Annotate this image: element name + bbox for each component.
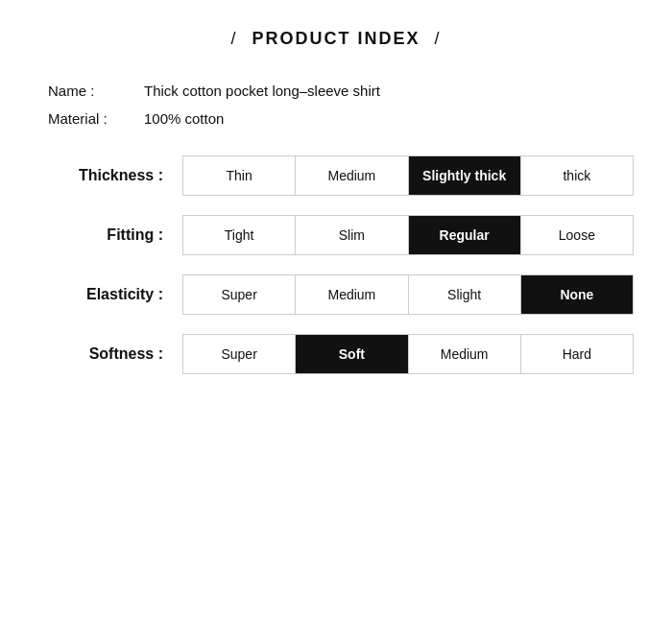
fitting-option-0[interactable]: Tight	[183, 216, 296, 254]
fitting-label: Fitting :	[38, 226, 182, 244]
fitting-row: Fitting : TightSlimRegularLoose	[38, 215, 634, 255]
softness-option-2[interactable]: Medium	[409, 335, 521, 373]
name-value: Thick cotton pocket long–sleeve shirt	[144, 83, 380, 99]
material-value: 100% cotton	[144, 110, 224, 127]
thickness-label: Thickness :	[38, 167, 182, 184]
softness-option-3[interactable]: Hard	[521, 335, 633, 373]
elasticity-option-2[interactable]: Slight	[409, 275, 521, 314]
thickness-option-1[interactable]: Medium	[296, 156, 408, 195]
elasticity-row: Elasticity : SuperMediumSlightNone	[38, 274, 634, 315]
softness-label: Softness :	[38, 345, 182, 363]
elasticity-option-3[interactable]: None	[521, 275, 633, 314]
elasticity-label: Elasticity :	[38, 286, 182, 303]
fitting-options: TightSlimRegularLoose	[182, 215, 634, 255]
softness-options: SuperSoftMediumHard	[182, 334, 634, 374]
page-title: / PRODUCT INDEX /	[38, 29, 634, 49]
softness-row: Softness : SuperSoftMediumHard	[38, 334, 634, 374]
elasticity-option-1[interactable]: Medium	[296, 275, 408, 314]
product-index-container: / PRODUCT INDEX / Name : Thick cotton po…	[0, 0, 672, 422]
fitting-option-2[interactable]: Regular	[409, 216, 521, 254]
softness-option-0[interactable]: Super	[183, 335, 296, 373]
info-section: Name : Thick cotton pocket long–sleeve s…	[38, 83, 634, 127]
elasticity-option-0[interactable]: Super	[183, 275, 296, 314]
name-label: Name :	[48, 83, 144, 99]
softness-option-1[interactable]: Soft	[296, 335, 408, 373]
fitting-option-3[interactable]: Loose	[521, 216, 633, 254]
fitting-option-1[interactable]: Slim	[296, 216, 408, 254]
title-prefix-slash: /	[230, 29, 237, 48]
thickness-options: ThinMediumSlightly thickthick	[182, 155, 634, 196]
name-row: Name : Thick cotton pocket long–sleeve s…	[48, 83, 634, 99]
thickness-option-0[interactable]: Thin	[183, 156, 296, 195]
title-suffix-slash: /	[435, 29, 442, 48]
thickness-row: Thickness : ThinMediumSlightly thickthic…	[38, 155, 634, 196]
thickness-option-3[interactable]: thick	[521, 156, 633, 195]
thickness-option-2[interactable]: Slightly thick	[409, 156, 521, 195]
material-label: Material :	[48, 110, 144, 127]
material-row: Material : 100% cotton	[48, 110, 634, 127]
title-main: PRODUCT INDEX	[252, 29, 420, 48]
elasticity-options: SuperMediumSlightNone	[182, 274, 634, 315]
